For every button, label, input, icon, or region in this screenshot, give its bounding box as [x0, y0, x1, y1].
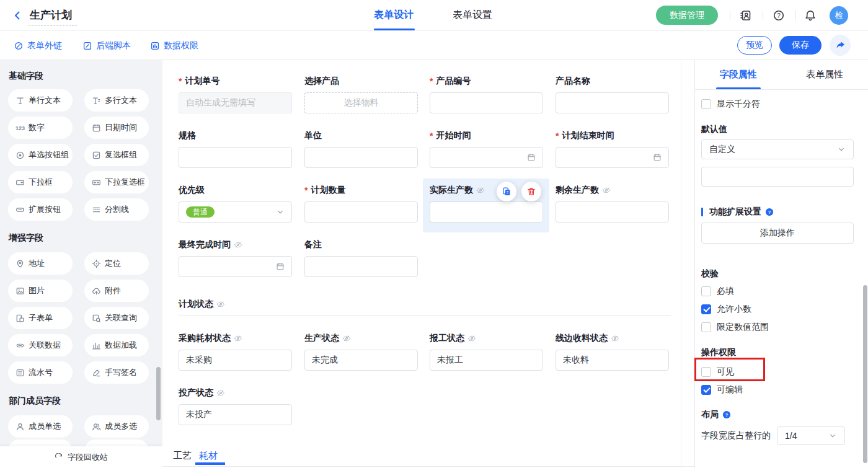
help-icon[interactable]: ? [773, 9, 785, 22]
field-report-status[interactable]: 报工状态 未报工 [430, 332, 543, 371]
copy-field-button[interactable] [497, 182, 516, 201]
product-name-input[interactable] [556, 92, 669, 113]
plan-end-time-input[interactable] [556, 147, 669, 168]
eye-off-icon[interactable] [467, 334, 476, 343]
remain-qty-input[interactable] [556, 201, 669, 223]
field-type-signature[interactable]: 手写签名 [84, 361, 149, 384]
eye-off-icon[interactable] [216, 389, 225, 397]
actual-qty-input[interactable] [430, 201, 543, 223]
plan-number-input[interactable]: 自动生成无需填写 [179, 92, 292, 113]
report-status-input[interactable]: 未报工 [430, 350, 543, 371]
prod-status-input[interactable]: 未完成 [304, 350, 418, 371]
field-type-member-single[interactable]: 成员单选 [8, 415, 73, 438]
eye-off-icon[interactable] [342, 334, 351, 343]
tab-field-properties[interactable]: 字段属性 [695, 60, 782, 89]
field-purchase-status[interactable]: 采购耗材状态 未采购 [179, 332, 292, 371]
eye-off-icon[interactable] [602, 186, 611, 195]
select-material-button[interactable]: 选择物料 [304, 92, 418, 113]
save-button[interactable]: 保存 [779, 36, 822, 55]
purchase-status-input[interactable]: 未采购 [179, 350, 292, 371]
field-type-checkbox-group[interactable]: 复选框组 [84, 144, 149, 166]
field-type-image[interactable]: 图片 [8, 280, 73, 302]
field-remain-qty[interactable]: 剩余生产数 [556, 184, 669, 223]
eye-off-icon[interactable] [234, 334, 242, 343]
field-priority[interactable]: 优先级 普通 [179, 184, 292, 223]
default-value-select[interactable]: 自定义 [701, 139, 854, 159]
field-type-attachment[interactable]: 附件 [84, 280, 149, 302]
field-plan-status-divider[interactable]: 计划状态 [179, 298, 671, 316]
editable-checkbox[interactable] [701, 385, 711, 395]
start-time-input[interactable] [430, 147, 543, 168]
editable-option[interactable]: 可编辑 [701, 383, 854, 396]
avatar[interactable]: 检 [830, 6, 848, 25]
field-type-single-line-text[interactable]: 单行文本 [8, 89, 73, 112]
tab-form-settings[interactable]: 表单设置 [453, 9, 492, 22]
preview-button[interactable]: 预览 [737, 36, 772, 55]
field-product-name[interactable]: 产品名称 [556, 75, 669, 113]
field-receive-status[interactable]: 线边收料状态 未收料 [556, 332, 669, 371]
allow-decimal-option[interactable]: 允许小数 [701, 302, 854, 316]
data-permission-link[interactable]: 数据权限 [150, 40, 198, 51]
delete-field-button[interactable] [521, 182, 541, 201]
field-final-time[interactable]: 最终完成时间 [179, 239, 292, 277]
field-type-select[interactable]: 下拉框 [8, 171, 73, 193]
visible-checkbox[interactable] [701, 367, 711, 377]
tab-consumables[interactable]: 耗材 [199, 450, 218, 462]
data-manage-button[interactable]: 数据管理 [656, 6, 718, 25]
field-type-location[interactable]: 定位 [84, 252, 149, 275]
field-type-radio-group[interactable]: 单选按钮组 [8, 144, 73, 166]
eye-off-icon[interactable] [611, 334, 619, 343]
tab-form-properties[interactable]: 表单属性 [782, 60, 868, 89]
share-button[interactable] [830, 35, 851, 56]
field-plan-number[interactable]: *计划单号 自动生成无需填写 [179, 75, 292, 113]
field-plan-end-time[interactable]: *计划结束时间 [556, 130, 669, 168]
field-type-datetime[interactable]: 日期时间 [84, 117, 149, 139]
tab-process[interactable]: 工艺 [173, 450, 192, 462]
limit-range-checkbox[interactable] [701, 322, 711, 332]
field-type-address[interactable]: 地址 [8, 252, 73, 275]
launch-status-input[interactable]: 未投产 [179, 404, 292, 425]
product-number-input[interactable] [430, 92, 543, 113]
address-book-icon[interactable] [740, 9, 752, 22]
form-external-link[interactable]: 表单外链 [14, 40, 62, 51]
field-width-select[interactable]: 1/4 [777, 426, 845, 445]
field-start-time[interactable]: *开始时间 [430, 130, 543, 168]
field-type-subform[interactable]: 子表单 [8, 307, 73, 329]
help-circle-icon[interactable]: ? [765, 208, 774, 216]
receive-status-input[interactable]: 未收料 [556, 350, 669, 371]
field-prod-status[interactable]: 生产状态 未完成 [304, 332, 418, 371]
thousand-separator-option[interactable]: 显示千分符 [701, 97, 854, 110]
field-type-related-query[interactable]: 关联查询 [84, 307, 149, 329]
thousand-separator-checkbox[interactable] [701, 99, 711, 109]
unit-input[interactable] [304, 147, 418, 168]
field-type-multi-line-text[interactable]: 多行文本 [84, 89, 149, 112]
field-type-multi-select[interactable]: 下拉复选框 [84, 171, 149, 193]
field-type-data-load[interactable]: 数据加载 [84, 334, 149, 356]
remark-input[interactable] [304, 256, 418, 277]
priority-select[interactable]: 普通 [179, 201, 292, 223]
visible-option[interactable]: 可见 [701, 365, 854, 378]
required-checkbox[interactable] [701, 286, 711, 296]
back-icon[interactable] [12, 11, 22, 20]
allow-decimal-checkbox[interactable] [701, 304, 711, 314]
field-type-member-multi[interactable]: 成员多选 [84, 415, 149, 438]
field-remark[interactable]: 备注 [304, 239, 418, 277]
field-spec[interactable]: 规格 [179, 130, 292, 168]
field-type-serial-number[interactable]: 流水号 [8, 361, 73, 384]
help-circle-icon[interactable]: ? [722, 410, 731, 419]
field-type-extension-button[interactable]: 扩展按钮 [8, 198, 73, 221]
tab-form-design[interactable]: 表单设计 [374, 9, 414, 22]
notification-bell-icon[interactable] [804, 9, 817, 22]
field-plan-qty[interactable]: *计划数量 [304, 184, 418, 223]
sidebar-scrollbar[interactable] [156, 367, 161, 420]
field-type-divider[interactable]: 分割线 [84, 198, 149, 221]
limit-range-option[interactable]: 限定数值范围 [701, 320, 854, 333]
eye-off-icon[interactable] [216, 300, 225, 309]
default-value-input[interactable] [701, 167, 854, 187]
backend-script-link[interactable]: 后端脚本 [82, 40, 131, 51]
eye-off-icon[interactable] [234, 241, 242, 249]
field-product-number[interactable]: *产品编号 [430, 75, 543, 113]
required-option[interactable]: 必填 [701, 285, 854, 298]
eye-off-icon[interactable] [476, 186, 485, 195]
field-type-related-data[interactable]: 关联数据 [8, 334, 73, 356]
